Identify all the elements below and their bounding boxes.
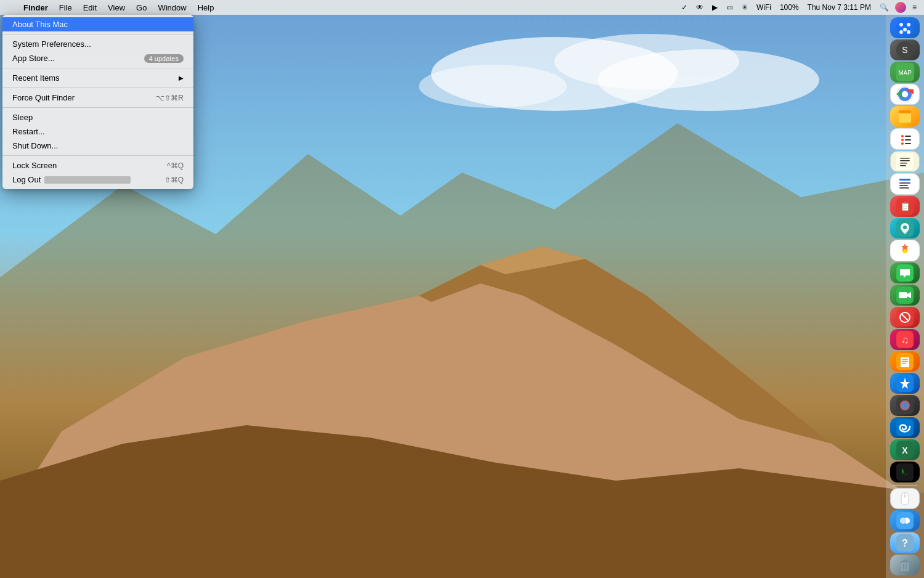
menu-system-preferences[interactable]: System Preferences... xyxy=(2,37,193,51)
force-quit-shortcut: ⌥⇧⌘R xyxy=(156,94,184,102)
menubar-finder[interactable]: Finder xyxy=(18,2,53,14)
apple-menu-button[interactable] xyxy=(5,6,17,9)
menu-about-this-mac[interactable]: About This Mac xyxy=(2,17,193,31)
dock-icon-siri[interactable]: S xyxy=(890,39,920,60)
menu-log-out[interactable]: Log Out ⇧⌘Q xyxy=(2,173,193,187)
menubar-window[interactable]: Window xyxy=(153,2,191,14)
user-avatar-icon[interactable] xyxy=(895,2,906,13)
svg-point-22 xyxy=(901,139,904,141)
menubar-edit[interactable]: Edit xyxy=(78,2,102,14)
menu-restart[interactable]: Restart... xyxy=(2,124,193,139)
dock-icon-launchpad[interactable] xyxy=(890,17,920,38)
svg-point-23 xyxy=(901,142,904,145)
menu-separator-4 xyxy=(2,107,193,108)
menubar-view[interactable]: View xyxy=(103,2,130,14)
dock-icon-textedit[interactable] xyxy=(890,173,920,195)
lock-screen-shortcut: ^⌘Q xyxy=(167,161,184,170)
svg-rect-72 xyxy=(901,563,909,571)
recent-items-label: Recent Items xyxy=(12,73,60,83)
taskbar-check-icon[interactable]: ✓ xyxy=(679,3,690,12)
menu-separator-2 xyxy=(2,68,193,68)
dock-icon-excel[interactable]: X xyxy=(890,439,920,460)
svg-rect-19 xyxy=(899,110,911,113)
dock-icon-edge[interactable] xyxy=(890,417,920,438)
dock-icon-photos[interactable] xyxy=(890,240,920,261)
menubar-file[interactable]: File xyxy=(54,2,77,14)
dock: S MAP 📋 ♫ xyxy=(886,15,924,578)
control-center-icon[interactable]: ≡ xyxy=(910,3,919,12)
dock-icon-mouse[interactable] xyxy=(890,488,920,510)
svg-text:X: X xyxy=(902,446,908,455)
menu-lock-screen[interactable]: Lock Screen ^⌘Q xyxy=(2,158,193,173)
dock-icon-facetime[interactable] xyxy=(890,285,920,306)
menubar: Finder File Edit View Go Window Help ✓ 👁… xyxy=(0,0,924,15)
menu-force-quit[interactable]: Force Quit Finder ⌥⇧⌘R xyxy=(2,91,193,105)
svg-rect-36 xyxy=(899,187,909,189)
battery-status[interactable]: 100% xyxy=(777,3,801,12)
svg-text:♫: ♫ xyxy=(901,335,909,345)
svg-rect-74 xyxy=(903,560,907,561)
menu-sleep[interactable]: Sleep xyxy=(2,110,193,124)
app-store-label: App Store... xyxy=(12,54,55,63)
dock-icon-maps[interactable]: MAP xyxy=(890,62,920,83)
dock-icon-chrome[interactable] xyxy=(890,84,920,105)
dock-icon-music[interactable]: ♫ xyxy=(890,329,920,350)
menubar-right: ✓ 👁 ▶ ▭ ✳ WiFi 100% Thu Nov 7 3:11 PM 🔍 … xyxy=(679,2,919,13)
dock-icon-terminal[interactable]: $_ xyxy=(890,462,920,482)
svg-point-21 xyxy=(901,135,904,137)
dock-icon-help[interactable]: ? xyxy=(890,532,920,553)
svg-rect-55 xyxy=(902,363,906,364)
dock-icon-lists[interactable]: 📋 xyxy=(890,196,920,217)
force-quit-label: Force Quit Finder xyxy=(12,93,75,102)
restart-label: Restart... xyxy=(12,127,45,136)
menu-separator-3 xyxy=(2,88,193,88)
svg-rect-45 xyxy=(899,292,907,298)
taskbar-wifi-icon[interactable]: WiFi xyxy=(754,3,774,12)
dock-separator xyxy=(893,485,917,486)
svg-rect-53 xyxy=(902,359,908,360)
svg-point-58 xyxy=(900,401,910,410)
menubar-help[interactable]: Help xyxy=(193,2,219,14)
svg-point-4 xyxy=(598,49,819,111)
svg-rect-31 xyxy=(900,165,906,166)
dock-icon-maps2[interactable] xyxy=(890,218,920,239)
taskbar-cast-icon[interactable]: ▶ xyxy=(710,3,720,12)
svg-rect-35 xyxy=(899,185,908,186)
about-this-mac-label: About This Mac xyxy=(12,20,68,29)
svg-rect-59 xyxy=(896,419,914,436)
menu-app-store[interactable]: App Store... 4 updates xyxy=(2,51,193,65)
log-out-label: Log Out xyxy=(12,175,41,184)
dock-icon-norestrictions[interactable] xyxy=(890,307,920,328)
svg-point-42 xyxy=(903,249,907,253)
svg-rect-73 xyxy=(900,561,910,563)
dock-icon-reminders[interactable] xyxy=(890,128,920,150)
svg-rect-20 xyxy=(896,130,914,147)
dock-icon-notepad[interactable] xyxy=(890,151,920,173)
taskbar-airplay-icon[interactable]: ▭ xyxy=(724,3,736,12)
menu-separator-1 xyxy=(2,34,193,35)
svg-rect-52 xyxy=(901,357,909,367)
svg-rect-29 xyxy=(900,160,910,161)
search-icon[interactable]: 🔍 xyxy=(877,3,891,12)
app-store-badge: 4 updates xyxy=(144,54,184,63)
apple-dropdown-menu: About This Mac System Preferences... App… xyxy=(2,15,193,189)
svg-rect-33 xyxy=(899,179,910,181)
menu-recent-items[interactable]: Recent Items ▶ xyxy=(2,71,193,85)
menubar-go[interactable]: Go xyxy=(131,2,152,14)
dock-icon-messages[interactable] xyxy=(890,263,920,283)
svg-rect-30 xyxy=(900,163,907,164)
taskbar-eye-icon[interactable]: 👁 xyxy=(694,3,706,12)
dock-icon-finder[interactable] xyxy=(890,510,920,531)
dock-icon-trash[interactable] xyxy=(890,555,920,576)
dock-icon-appstore[interactable] xyxy=(890,373,920,394)
menu-shut-down[interactable]: Shut Down... xyxy=(2,139,193,153)
svg-rect-25 xyxy=(905,139,911,140)
menu-separator-5 xyxy=(2,155,193,156)
dock-icon-siri2[interactable] xyxy=(890,395,920,416)
svg-text:?: ? xyxy=(902,538,908,548)
svg-text:MAP: MAP xyxy=(898,70,912,76)
dock-icon-stickies[interactable] xyxy=(890,106,920,127)
dock-icon-books[interactable] xyxy=(890,351,920,372)
taskbar-bluetooth-icon[interactable]: ✳ xyxy=(739,3,750,12)
svg-point-7 xyxy=(907,23,910,26)
